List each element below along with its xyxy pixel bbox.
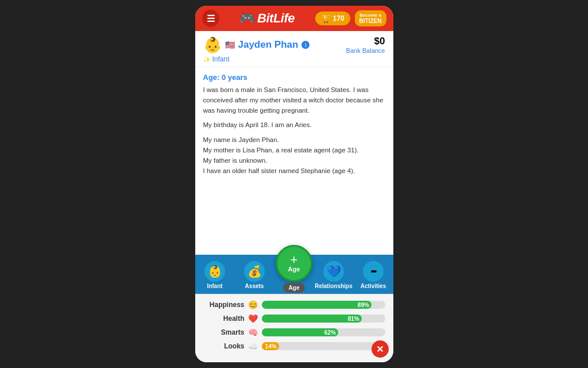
profile-top-row: 👶 🇺🇸 Jayden Phan i $0 Bank Balance xyxy=(203,36,385,54)
health-bar-fill: 81% xyxy=(262,315,362,323)
assets-label: Assets xyxy=(245,283,264,289)
infant-label: Infant xyxy=(207,283,222,289)
profile-subtitle: ✨ Infant xyxy=(203,55,385,63)
logo-icon: 🎮 xyxy=(239,11,255,26)
looks-bar-fill: 14% xyxy=(262,342,279,350)
bank-label: Bank Balance xyxy=(346,47,385,54)
profile-header: 👶 🇺🇸 Jayden Phan i $0 Bank Balance ✨ Inf… xyxy=(195,31,393,67)
menu-button[interactable]: ☰ xyxy=(202,10,219,27)
smarts-bar-fill: 62% xyxy=(262,328,338,336)
happiness-label: Happiness xyxy=(203,301,245,309)
logo-area: 🎮 BitLife xyxy=(239,11,295,26)
health-emoji: ❤️ xyxy=(248,314,258,323)
bio-para-2: My birthday is April 18. I am an Aries. xyxy=(203,120,385,131)
happiness-bar-bg: 89% xyxy=(262,301,385,309)
assets-icon: 💰 xyxy=(244,261,265,282)
nav-item-assets[interactable]: 💰 Assets xyxy=(235,261,274,289)
activities-icon: ••• xyxy=(363,261,384,282)
looks-percent: 14% xyxy=(265,343,279,350)
happiness-percent: 89% xyxy=(358,302,372,308)
relationships-label: Relationships xyxy=(315,283,353,289)
avatar: 👶 xyxy=(203,36,222,54)
star-icon: ✨ xyxy=(203,56,210,63)
health-percent: 81% xyxy=(348,316,362,322)
stat-row-looks: Looks ☁️ 14% xyxy=(203,342,385,351)
profile-subtitle-text: Infant xyxy=(212,55,230,63)
close-icon: ✕ xyxy=(376,344,384,355)
age-heading: Age: 0 years xyxy=(203,73,385,82)
stats-panel: Happiness 😊 89% Health ❤️ 81% Smarts 🧠 xyxy=(195,294,393,362)
info-icon[interactable]: i xyxy=(301,41,310,49)
bio-text: I was born a male in San Francisco, Unit… xyxy=(203,85,385,177)
trophy-count: 170 xyxy=(333,14,345,22)
nav-item-relationships[interactable]: 💙 Relationships xyxy=(314,261,354,289)
age-tooltip: Age xyxy=(283,283,305,293)
close-button[interactable]: ✕ xyxy=(372,340,389,358)
looks-emoji: ☁️ xyxy=(248,342,258,351)
logo-text: BitLife xyxy=(257,11,295,26)
top-bar: ☰ 🎮 BitLife 🏆 170 Become a BITIZEN xyxy=(195,6,393,31)
age-btn-label: Age xyxy=(288,266,300,273)
health-bar-bg: 81% xyxy=(262,315,385,323)
health-label: Health xyxy=(203,315,245,323)
looks-bar-bg: 14% xyxy=(262,342,385,350)
top-right: 🏆 170 Become a BITIZEN xyxy=(315,10,386,26)
activities-label: Activities xyxy=(361,283,386,289)
looks-label: Looks xyxy=(203,342,245,350)
smarts-bar-bg: 62% xyxy=(262,328,385,336)
smarts-percent: 62% xyxy=(324,329,338,336)
profile-name-area: 👶 🇺🇸 Jayden Phan i xyxy=(203,36,310,54)
bio-para-1: I was born a male in San Francisco, Unit… xyxy=(203,85,385,116)
bio-section: Age: 0 years I was born a male in San Fr… xyxy=(195,67,393,255)
profile-name: Jayden Phan xyxy=(238,39,299,51)
stat-row-smarts: Smarts 🧠 62% xyxy=(203,328,385,337)
smarts-emoji: 🧠 xyxy=(248,328,258,337)
smarts-label: Smarts xyxy=(203,328,245,336)
bitizen-button[interactable]: Become a BITIZEN xyxy=(355,10,386,26)
happiness-bar-fill: 89% xyxy=(262,301,372,309)
age-plus-icon: + xyxy=(291,254,298,266)
trophy-button[interactable]: 🏆 170 xyxy=(315,12,350,25)
bottom-nav: 👶 Infant 💰 Assets + Age Age 💙 Relationsh… xyxy=(195,255,393,294)
nav-item-activities[interactable]: ••• Activities xyxy=(354,261,393,289)
infant-icon: 👶 xyxy=(204,261,225,282)
bank-amount: $0 xyxy=(374,36,385,47)
bitizen-label: BITIZEN xyxy=(359,18,382,24)
stat-row-happiness: Happiness 😊 89% xyxy=(203,300,385,309)
menu-icon: ☰ xyxy=(207,13,215,24)
bio-para-3: My name is Jayden Phan.My mother is Lisa… xyxy=(203,135,385,176)
become-label: Become a xyxy=(359,13,382,18)
phone-container: ☰ 🎮 BitLife 🏆 170 Become a BITIZEN 👶 🇺🇸 … xyxy=(195,6,393,362)
stat-row-health: Health ❤️ 81% xyxy=(203,314,385,323)
trophy-icon: 🏆 xyxy=(321,14,331,23)
age-button[interactable]: + Age xyxy=(276,245,312,282)
nav-item-infant[interactable]: 👶 Infant xyxy=(195,261,235,289)
happiness-emoji: 😊 xyxy=(248,300,258,309)
relationships-icon: 💙 xyxy=(323,261,344,282)
age-btn-wrapper: + Age Age xyxy=(274,245,314,293)
bank-balance: $0 Bank Balance xyxy=(346,36,385,54)
flag-icon: 🇺🇸 xyxy=(225,40,235,49)
